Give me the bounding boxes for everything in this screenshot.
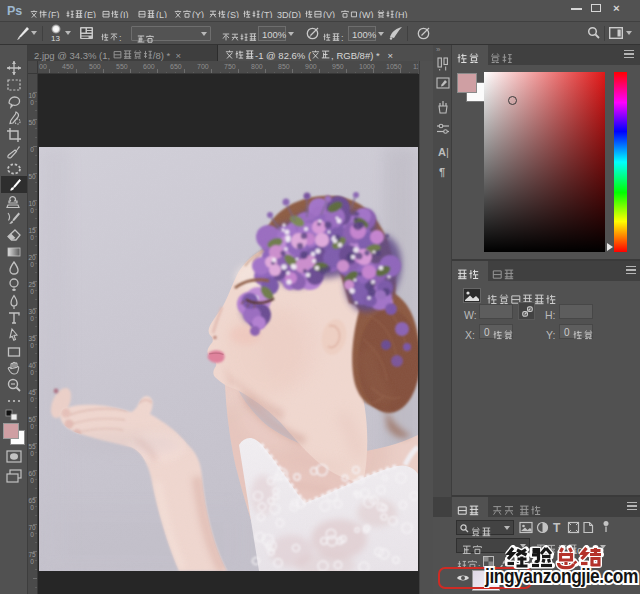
svg-text:jingyanzongjie.com: jingyanzongjie.com [484,566,638,587]
